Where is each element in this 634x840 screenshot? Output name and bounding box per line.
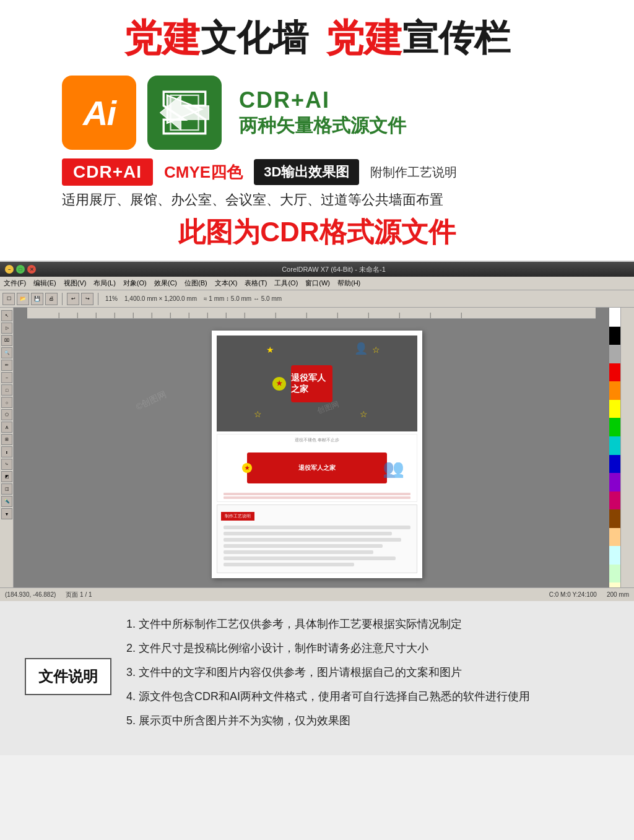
toolbar-print[interactable]: 🖨 [45, 293, 58, 305]
menu-tools[interactable]: 工具(O) [274, 279, 298, 288]
note-badge: 附制作工艺说明 [370, 164, 457, 181]
menu-view[interactable]: 视图(V) [64, 279, 87, 288]
text-line-c [224, 538, 401, 542]
swatch-brown[interactable] [609, 509, 620, 528]
tool-zoom[interactable]: 🔍 [1, 347, 12, 358]
star-1: ★ [266, 345, 274, 355]
people-silhouette: 👥 [383, 458, 404, 478]
text-lines-container [221, 523, 413, 569]
toolbar-new[interactable]: ☐ [2, 293, 15, 305]
text-block-header: 制作工艺说明 [221, 512, 254, 521]
tool-connector[interactable]: ⤷ [1, 459, 12, 470]
tool-select[interactable]: ↖ [1, 310, 12, 321]
swatch-yellow[interactable] [609, 400, 620, 418]
mid-banner-text: 退役军人之家 [298, 464, 336, 472]
banner-text: 退役军人之家 [291, 373, 332, 395]
tool-transparency[interactable]: ◫ [1, 483, 12, 495]
sw-document-page: ★ ☆ ☆ ☆ ★ 退役军人之家 👤 创图网 [212, 331, 422, 578]
tool-shadow[interactable]: ◩ [1, 471, 12, 482]
tool-polygon[interactable]: ⬠ [1, 409, 12, 420]
toolbar-redo[interactable]: ↪ [81, 293, 93, 305]
tool-shape[interactable]: ▷ [1, 323, 12, 334]
tool-rect[interactable]: □ [1, 384, 12, 396]
text-line-f [224, 556, 396, 560]
toolbar-open[interactable]: 📂 [17, 293, 29, 305]
title-wenhuaqiang: 文化墙 [201, 14, 308, 63]
person-icon: 👤 [354, 342, 368, 355]
swatch-gray[interactable] [609, 345, 620, 363]
tool-parallel[interactable]: ⫾ [1, 446, 12, 457]
title-spacer [308, 33, 326, 44]
menu-file[interactable]: 文件(F) [4, 279, 26, 288]
text-line-b [224, 532, 392, 535]
star-4: ☆ [360, 409, 368, 419]
tool-smart[interactable]: ~ [1, 372, 12, 383]
toolbar-save[interactable]: 💾 [31, 293, 43, 305]
statusbar-unit: 200 mm [607, 591, 629, 598]
bottom-subtitles [224, 493, 410, 499]
red-banner-container: ★ 退役军人之家 [291, 365, 343, 402]
swatch-white[interactable] [609, 308, 620, 327]
tool-crop[interactable]: ⌧ [1, 335, 12, 346]
menu-help[interactable]: 帮助(H) [337, 279, 360, 288]
swatch-peach[interactable] [609, 528, 620, 547]
tool-fill[interactable]: ▼ [1, 508, 12, 519]
menu-effects[interactable]: 效果(C) [154, 279, 177, 288]
sw-body: ↖ ▷ ⌧ 🔍 ✏ ~ □ ○ ⬠ A ⊞ ⫾ ⤷ ◩ ◫ 🔦 ▼ ©创图网 | [0, 308, 634, 601]
software-icons-row: Ai CDR+AI 两种矢量格式源文件 [62, 76, 609, 150]
tool-table[interactable]: ⊞ [1, 434, 12, 445]
swatch-purple[interactable] [609, 473, 620, 491]
statusbar-coords: (184.930, -46.882) [5, 591, 56, 598]
swatch-black[interactable] [609, 327, 620, 345]
menu-object[interactable]: 对象(O) [123, 279, 147, 288]
toolbar-separator2 [98, 293, 98, 305]
swatch-lightblue[interactable] [609, 546, 620, 565]
toolbar-undo[interactable]: ↩ [67, 293, 79, 305]
tool-freehand[interactable]: ✏ [1, 360, 12, 371]
canvas-watermark: ©创图网 [134, 389, 168, 413]
tool-eyedropper[interactable]: 🔦 [1, 496, 12, 507]
suitable-text: 适用展厅、展馆、办公室、会议室、大厅、过道等公共墙面布置 [62, 191, 609, 209]
menu-edit[interactable]: 编辑(E) [33, 279, 56, 288]
swatch-cyan[interactable] [609, 436, 620, 455]
bottom-section: 文件说明 1. 文件中所标制作工艺仅供参考，具体制作工艺要根据实际情况制定 2.… [0, 601, 634, 755]
menu-bitmap[interactable]: 位图(B) [185, 279, 207, 288]
star-3: ☆ [254, 409, 262, 419]
titlebar-text: CorelDRAW X7 (64-Bit) - 未命名-1 [38, 265, 629, 274]
top-subtitle: 退役不褪色 奉献不止步 [295, 437, 339, 443]
file-notes-list: 1. 文件中所标制作工艺仅供参考，具体制作工艺要根据实际情况制定 2. 文件尺寸… [126, 616, 609, 737]
menu-window[interactable]: 窗口(W) [305, 279, 330, 288]
note-item-2: 2. 文件尺寸是投稿比例缩小设计，制作时请务必注意尺寸大小 [126, 640, 609, 657]
sw-canvas-area[interactable]: ©创图网 | | | | | | | | | | | | | | | | | | [14, 308, 620, 601]
close-button[interactable]: ✕ [27, 265, 36, 274]
tool-ellipse[interactable]: ○ [1, 397, 12, 408]
page-text-block: 制作工艺说明 [217, 504, 417, 573]
minimize-button[interactable]: － [5, 265, 14, 274]
menu-table[interactable]: 表格(T) [245, 279, 267, 288]
file-notes-container: 文件说明 1. 文件中所标制作工艺仅供参考，具体制作工艺要根据实际情况制定 2.… [25, 616, 609, 737]
software-text: CDR+AI 两种矢量格式源文件 [239, 87, 406, 139]
cdr-icon [147, 76, 222, 150]
star-2: ☆ [372, 345, 380, 355]
tool-text[interactable]: A [1, 422, 12, 433]
size-label: 1,400.0 mm × 1,200.0 mm [124, 295, 197, 302]
text-line-a [224, 526, 410, 529]
text-line-d [224, 544, 383, 548]
swatch-green[interactable] [609, 418, 620, 436]
swatch-blue[interactable] [609, 455, 620, 474]
swatch-orange[interactable] [609, 381, 620, 400]
menu-text[interactable]: 文本(X) [215, 279, 238, 288]
page-mid-banner: ★ 退役军人之家 [247, 452, 386, 483]
maximize-button[interactable]: □ [16, 265, 25, 274]
cdr-logo-svg [157, 85, 212, 141]
title-dangian-1: 党建 [124, 12, 201, 64]
swatch-pink[interactable] [609, 491, 620, 510]
sw-toolbar: ☐ 📂 💾 🖨 ↩ ↪ 11% 1,400.0 mm × 1,200.0 mm … [0, 290, 634, 308]
text-line-e [224, 550, 373, 554]
color-badge: CMYE四色 [164, 162, 243, 183]
swatch-red[interactable] [609, 363, 620, 382]
ruler-horizontal: | | | | | | | | | | | | | | | | | | [27, 308, 596, 319]
menu-layout[interactable]: 布局(L) [93, 279, 115, 288]
swatch-lightgreen[interactable] [609, 565, 620, 583]
software-preview: － □ ✕ CorelDRAW X7 (64-Bit) - 未命名-1 文件(F… [0, 261, 634, 601]
